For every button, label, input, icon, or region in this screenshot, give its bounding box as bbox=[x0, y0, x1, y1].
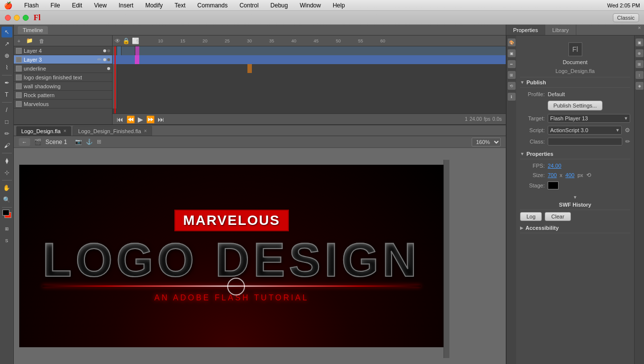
fill-icon[interactable]: ▣ bbox=[508, 49, 516, 57]
menu-commands[interactable]: Commands bbox=[196, 2, 230, 9]
layer-icons bbox=[107, 67, 110, 70]
layer-row-marvelous[interactable]: Marvelous bbox=[14, 100, 112, 109]
publish-settings-button[interactable]: Publish Settings... bbox=[548, 101, 602, 110]
properties-section-header[interactable]: ▼ Properties bbox=[520, 149, 630, 159]
menu-view[interactable]: View bbox=[92, 2, 109, 9]
menu-debug[interactable]: Debug bbox=[269, 2, 290, 9]
menu-bar: 🍎 Flash File Edit View Insert Modify Tex… bbox=[0, 0, 644, 11]
stroke-icon[interactable]: ━ bbox=[508, 60, 516, 68]
properties-tab[interactable]: Properties bbox=[506, 25, 545, 35]
right-icon-5[interactable]: ◈ bbox=[636, 82, 644, 90]
text-tool[interactable]: T bbox=[1, 89, 12, 100]
right-icon-2[interactable]: ⊕ bbox=[636, 49, 644, 57]
pencil-tool[interactable]: ✏ bbox=[1, 128, 12, 139]
menu-insert[interactable]: Insert bbox=[117, 2, 135, 9]
close-button[interactable] bbox=[5, 15, 11, 21]
apple-menu[interactable]: 🍎 bbox=[4, 1, 12, 9]
layer-row-rock-pattern[interactable]: Rock pattern bbox=[14, 91, 112, 100]
menu-modify[interactable]: Modify bbox=[143, 2, 164, 9]
minimize-button[interactable] bbox=[14, 15, 20, 21]
subselection-tool[interactable]: ↗ bbox=[1, 38, 12, 49]
menu-help[interactable]: Help bbox=[331, 2, 347, 9]
eyedropper-tool[interactable]: ⊹ bbox=[1, 167, 12, 178]
file-tab-logo-design[interactable]: Logo_Design.fla × bbox=[16, 126, 72, 136]
current-frame: 1 bbox=[465, 116, 468, 122]
color-icon[interactable]: 🎨 bbox=[508, 38, 516, 46]
smooth-btn[interactable]: S bbox=[1, 235, 12, 246]
zoom-selector[interactable]: 160% 100% 200% 50% bbox=[472, 138, 501, 146]
right-icon-4[interactable]: ↕ bbox=[636, 71, 644, 79]
layer-row-underline[interactable]: underline bbox=[14, 64, 112, 73]
next-frame-btn[interactable]: ⏩ bbox=[146, 115, 155, 123]
size-settings-icon[interactable]: ⟲ bbox=[586, 172, 591, 179]
info-icon[interactable]: ℹ bbox=[508, 93, 516, 101]
time-display: 0.0s bbox=[492, 116, 502, 122]
lasso-tool[interactable]: ⌇ bbox=[1, 62, 12, 73]
menu-control[interactable]: Control bbox=[238, 2, 261, 9]
first-frame-btn[interactable]: ⏮ bbox=[117, 115, 123, 123]
paint-bucket-tool[interactable]: ⧫ bbox=[1, 155, 12, 166]
brush-tool[interactable]: 🖌 bbox=[1, 140, 12, 151]
swf-history-section-header[interactable]: ▼ SWF History bbox=[520, 193, 630, 210]
panel-close-btn[interactable]: × bbox=[635, 25, 644, 35]
last-frame-btn[interactable]: ⏭ bbox=[158, 115, 164, 123]
maximize-button[interactable] bbox=[23, 15, 29, 21]
line-tool[interactable]: / bbox=[1, 105, 12, 115]
new-layer-btn[interactable]: + bbox=[16, 37, 22, 44]
workspace-selector[interactable]: Classic bbox=[613, 13, 639, 22]
swf-log-button[interactable]: Log bbox=[520, 212, 542, 221]
transform-icon[interactable]: ⟲ bbox=[508, 82, 516, 90]
timeline-tab[interactable]: Timeline bbox=[18, 26, 48, 34]
fps-label: fps bbox=[484, 116, 490, 122]
library-tab[interactable]: Library bbox=[545, 25, 576, 35]
anchor-icon: ⚓ bbox=[86, 139, 93, 145]
play-btn[interactable]: ▶ bbox=[138, 115, 143, 123]
frame-num-50: 50 bbox=[336, 38, 341, 43]
right-icon-1[interactable]: ▣ bbox=[636, 38, 644, 46]
playhead[interactable] bbox=[115, 46, 116, 113]
pen-tool[interactable]: ✒ bbox=[1, 77, 12, 88]
rectangle-tool[interactable]: □ bbox=[1, 116, 12, 127]
class-settings-icon[interactable]: ✏ bbox=[625, 138, 630, 145]
align-icon[interactable]: ⊞ bbox=[508, 71, 516, 79]
layer-row-logo-design[interactable]: logo design finished text bbox=[14, 73, 112, 82]
stage-height[interactable]: 400 bbox=[565, 172, 574, 178]
fps-value[interactable]: 24.00 bbox=[548, 163, 562, 169]
stage-color-swatch[interactable] bbox=[548, 182, 559, 189]
snap-toggle[interactable]: ⊞ bbox=[1, 223, 12, 234]
prev-frame-btn[interactable]: ⏪ bbox=[126, 115, 135, 123]
stage-width[interactable]: 700 bbox=[548, 172, 557, 178]
layer-row-layer3[interactable]: Layer 3 ✏ bbox=[14, 55, 112, 64]
script-select[interactable]: ActionScript 3.0 ActionScript 2.0 bbox=[548, 126, 622, 135]
zoom-tool[interactable]: 🔍 bbox=[1, 194, 12, 205]
file-tab-logo-design-finished[interactable]: Logo_Design_Finished.fla × bbox=[73, 126, 152, 136]
right-icon-3[interactable]: ⊞ bbox=[636, 60, 644, 68]
menu-window[interactable]: Window bbox=[298, 2, 323, 9]
script-settings-icon[interactable]: ⚙ bbox=[625, 127, 630, 134]
back-scene-btn[interactable]: ← bbox=[19, 138, 30, 146]
hand-tool[interactable]: ✋ bbox=[1, 182, 12, 193]
stroke-color[interactable] bbox=[2, 210, 9, 216]
menu-text[interactable]: Text bbox=[173, 2, 188, 9]
close-tab-icon[interactable]: × bbox=[144, 128, 147, 134]
layer-row-wall-shadow[interactable]: wall shadowing bbox=[14, 82, 112, 91]
menu-file[interactable]: File bbox=[48, 2, 62, 9]
layer-row-layer4[interactable]: Layer 4 bbox=[14, 46, 112, 55]
menu-edit[interactable]: Edit bbox=[70, 2, 84, 9]
menu-bar-right: Wed 2:05 PM bbox=[607, 2, 640, 8]
delete-layer-btn[interactable]: 🗑 bbox=[38, 37, 46, 44]
selection-tool[interactable]: ↖ bbox=[1, 27, 12, 37]
size-label: Size: bbox=[520, 172, 545, 178]
class-input[interactable] bbox=[548, 138, 622, 146]
new-folder-btn[interactable]: 📁 bbox=[25, 37, 35, 44]
target-select[interactable]: Flash Player 13 Flash Player 10 Flash Pl… bbox=[548, 114, 630, 123]
menu-time: Wed 2:05 PM bbox=[607, 2, 640, 8]
swf-clear-button[interactable]: Clear bbox=[545, 212, 570, 221]
vertical-scrollbar[interactable] bbox=[443, 160, 449, 358]
publish-section-header[interactable]: ▼ Publish bbox=[520, 77, 630, 88]
close-tab-icon[interactable]: × bbox=[64, 128, 67, 134]
free-transform-tool[interactable]: ⊕ bbox=[1, 50, 12, 61]
menu-flash[interactable]: Flash bbox=[22, 2, 40, 9]
script-select-wrapper: ActionScript 3.0 ActionScript 2.0 ▼ bbox=[548, 126, 622, 135]
accessibility-section-header[interactable]: ▶ Accessibility bbox=[520, 223, 630, 233]
